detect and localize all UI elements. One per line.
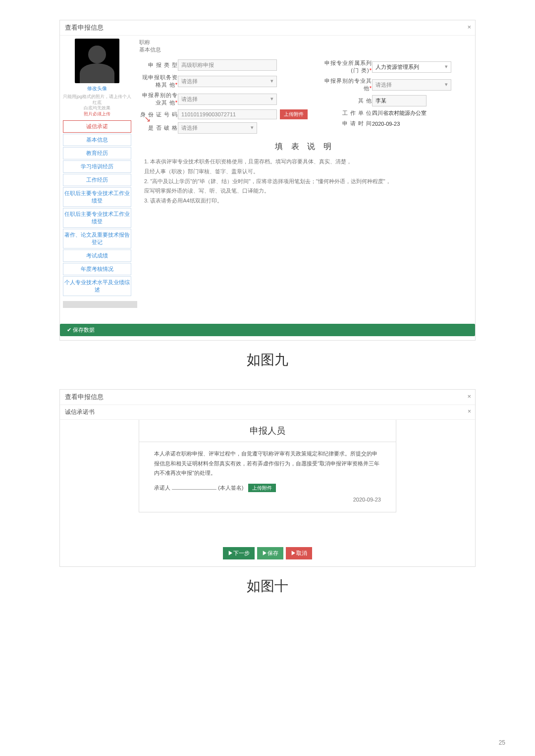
value-unit: 四川省农村能源办公室 [372, 109, 427, 117]
nav-item-papers[interactable]: 著作、论文及重要技术报告登记 [63, 229, 131, 249]
avatar-hint: 只能用jpg格式的照片，请上传个人红底 白底均无效果 照片必须上传 [63, 94, 131, 117]
select-major2[interactable]: 请选择 [372, 79, 451, 91]
label-break: 是 否 破 格 [139, 124, 178, 132]
close-icon[interactable]: × [467, 23, 471, 31]
field-other[interactable]: 李某 [372, 95, 427, 106]
figure-caption-10: 如图十 [59, 577, 476, 596]
label-type: 申 报 类 型 [139, 61, 178, 69]
upload-attachment-button[interactable]: 上传附件 [280, 109, 308, 119]
select-series[interactable]: 人力资源管理系列 [372, 61, 451, 73]
nav-item-commitment[interactable]: 诚信承诺 [63, 120, 131, 133]
commitment-letter: 申报人员 本人承诺在职称申报、评审过程中，自觉遵守职称评审有关政策规定和纪律要求… [139, 420, 396, 512]
next-button[interactable]: ▶下一步 [223, 547, 255, 559]
sub-title: 诚信承诺书 [65, 408, 95, 415]
modal2-title-bar: 查看申报信息 × [60, 390, 475, 405]
letter-date: 2020-09-23 [154, 495, 381, 505]
sig-underline [172, 489, 216, 490]
field-type[interactable]: 高级职称申报 [178, 59, 277, 71]
modal-title: 查看申报信息 [65, 24, 104, 31]
modal-title-bar: 查看申报信息 × [60, 20, 475, 36]
nav-item-annual[interactable]: 年度考核情况 [63, 263, 131, 275]
label-other: 其 他 [322, 97, 372, 104]
nav-item-work[interactable]: 工作经历 [63, 174, 131, 186]
save-button-2[interactable]: ▶保存 [257, 547, 283, 559]
value-date: 2020-09-23 [372, 121, 400, 127]
instructions-body: 1. 本表供评审专业技术职务任职资格使用，且需存档。填写内容要具体、真实、清楚，… [139, 157, 470, 206]
gray-bar [63, 301, 137, 308]
tab-basic[interactable]: 基本信息 [139, 47, 161, 52]
nav-item-exam[interactable]: 考试成绩 [63, 250, 131, 262]
cancel-button[interactable]: ▶取消 [286, 547, 312, 559]
letter-body: 本人承诺在职称申报、评审过程中，自觉遵守职称评审有关政策规定和纪律要求。所提交的… [139, 442, 396, 512]
tab-title[interactable]: 职称 [139, 39, 150, 45]
label-series: 申报专业所属系列(门 类)* [322, 59, 372, 74]
sub-title-bar: 诚信承诺书 × [60, 405, 475, 420]
modal2-title: 查看申报信息 [65, 393, 104, 401]
applicant-heading: 申报人员 [139, 420, 396, 442]
label-unit: 工 作 单 位 [322, 109, 372, 117]
change-avatar-link[interactable]: 修改头像 [63, 85, 131, 92]
sig-paren: (本人签名) [218, 485, 243, 491]
upload-signature-button[interactable]: 上传附件 [248, 484, 276, 492]
sidebar: 修改头像 只能用jpg格式的照片，请上传个人红底 白底均无效果 照片必须上传 诚… [60, 36, 134, 316]
sig-label: 承诺人 [154, 485, 170, 491]
tab-strip: 职称 基本信息 [139, 39, 470, 53]
nav-item-training[interactable]: 学习培训经历 [63, 160, 131, 173]
nav-item-achv2[interactable]: 任职后主要专业技术工作业绩登 [63, 208, 131, 228]
save-button[interactable]: 保存数据 [60, 324, 475, 336]
label-major2: 申报界别的专业其 他* [322, 77, 372, 92]
label-qual-other: 现申报职务资格其 他* [139, 74, 178, 89]
close-icon[interactable]: × [467, 393, 471, 400]
nav-item-basic[interactable]: 基本信息 [63, 134, 131, 146]
nav-item-achv1[interactable]: 任职后主要专业技术工作业绩登 [63, 187, 131, 207]
nav-item-edu[interactable]: 教育经历 [63, 147, 131, 159]
letter-text: 本人承诺在职称申报、评审过程中，自觉遵守职称评审有关政策规定和纪律要求。所提交的… [154, 449, 381, 478]
button-bar: ▶下一步 ▶保存 ▶取消 [60, 547, 475, 559]
label-date: 申 请 时 间 [322, 120, 372, 127]
main-form: 职称 基本信息 申 报 类 型 高级职称申报 现申报职务资格其 他* 请选择 [134, 36, 475, 316]
nav-list: 诚信承诺 基本信息 教育经历 学习培训经历 工作经历 任职后主要专业技术工作业绩… [63, 120, 131, 296]
instructions-title: 填 表 说 明 [139, 142, 470, 152]
avatar [75, 39, 119, 83]
annotation-arrow-icon: ↘ [144, 114, 151, 124]
select-break[interactable]: 请选择 [178, 122, 257, 134]
field-id[interactable]: 110101199003072711 [178, 109, 277, 119]
nav-item-summary[interactable]: 个人专业技术水平及业绩综述 [63, 276, 131, 296]
modal-commitment: 查看申报信息 × 诚信承诺书 × 申报人员 本人承诺在职称申报、评审过程中，自觉… [59, 389, 476, 567]
close-icon[interactable]: × [468, 408, 471, 415]
select-major-other[interactable]: 请选择 [178, 94, 277, 105]
select-qual-other[interactable]: 请选择 [178, 76, 277, 87]
label-major-other: 申报界别的专业其 他* [139, 92, 178, 106]
figure-caption-9: 如图九 [59, 351, 476, 369]
modal-view-application: 查看申报信息 × 修改头像 只能用jpg格式的照片，请上传个人红底 白底均无效果… [59, 20, 476, 341]
